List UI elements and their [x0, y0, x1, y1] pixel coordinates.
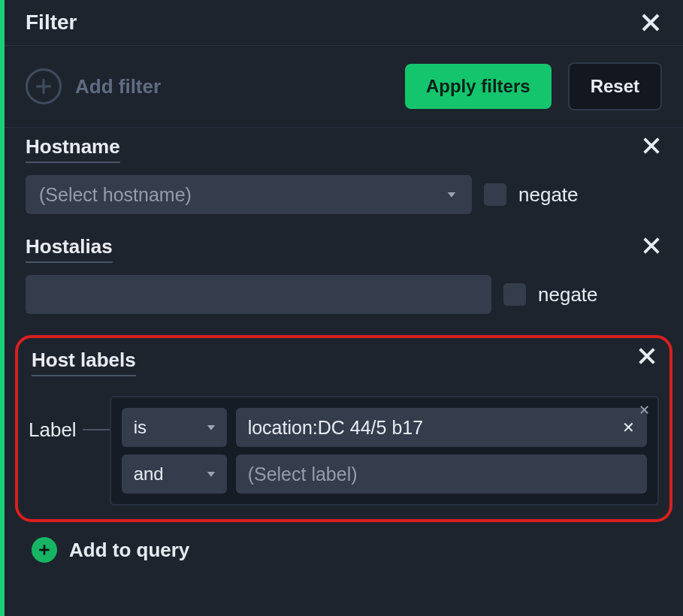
label-conditions-box: ✕ is location:DC 44/5 b17 ✕	[110, 396, 659, 506]
remove-hostname-button[interactable]	[641, 135, 662, 159]
svg-marker-6	[448, 192, 456, 198]
reset-button[interactable]: Reset	[568, 62, 662, 110]
hostname-select[interactable]: (Select hostname)	[26, 175, 472, 214]
label-value-placeholder: (Select label)	[248, 464, 638, 485]
chevron-down-icon	[204, 421, 218, 434]
apply-filters-button[interactable]: Apply filters	[405, 64, 552, 109]
label-value-0[interactable]: location:DC 44/5 b17 ✕	[236, 408, 647, 447]
hostname-negate-checkbox[interactable]	[484, 183, 506, 206]
label-condition-row: and (Select label)	[122, 454, 647, 494]
chevron-down-icon	[204, 467, 218, 481]
remove-hostalias-button[interactable]	[641, 235, 662, 259]
label-value-remove-button[interactable]: ✕	[619, 418, 638, 436]
hostname-placeholder: (Select hostname)	[39, 184, 192, 206]
section-title-hostlabels: Host labels	[32, 349, 136, 376]
label-condition-row: is location:DC 44/5 b17 ✕	[122, 408, 647, 447]
label-op-select-0[interactable]: is	[122, 408, 227, 447]
hostname-negate-label: negate	[518, 183, 579, 207]
label-op-select-1[interactable]: and	[122, 454, 227, 494]
label-side-text: Label	[29, 418, 83, 442]
add-filter-button[interactable]: Add filter	[26, 68, 161, 104]
remove-hostlabels-button[interactable]	[636, 346, 657, 370]
svg-marker-12	[207, 472, 215, 477]
add-filter-label: Add filter	[75, 75, 161, 98]
close-icon	[641, 235, 662, 256]
section-title-hostalias: Hostalias	[26, 235, 113, 263]
label-box-close-button[interactable]: ✕	[639, 402, 650, 418]
plus-circle-filled-icon	[32, 537, 57, 563]
label-op-text: is	[134, 417, 147, 438]
label-value-text: location:DC 44/5 b17	[248, 417, 619, 439]
close-icon	[636, 346, 657, 367]
plus-icon	[37, 542, 52, 557]
close-icon	[641, 135, 662, 156]
hostalias-input[interactable]	[26, 275, 491, 314]
connector-line	[83, 429, 110, 430]
svg-marker-11	[207, 425, 215, 430]
caret-icon	[445, 188, 458, 201]
add-to-query-label: Add to query	[69, 539, 189, 562]
hostalias-negate-label: negate	[538, 283, 598, 306]
plus-circle-icon	[26, 68, 62, 104]
close-icon	[639, 11, 662, 34]
label-value-1[interactable]: (Select label)	[236, 454, 647, 494]
panel-close-button[interactable]	[639, 11, 662, 34]
plus-icon	[34, 77, 53, 96]
chevron-down-icon	[445, 188, 458, 201]
label-op-text: and	[134, 464, 164, 485]
hostalias-negate-checkbox[interactable]	[503, 283, 526, 306]
panel-title: Filter	[26, 11, 77, 35]
section-title-hostname: Hostname	[26, 135, 120, 163]
add-to-query-button[interactable]: Add to query	[5, 530, 683, 570]
